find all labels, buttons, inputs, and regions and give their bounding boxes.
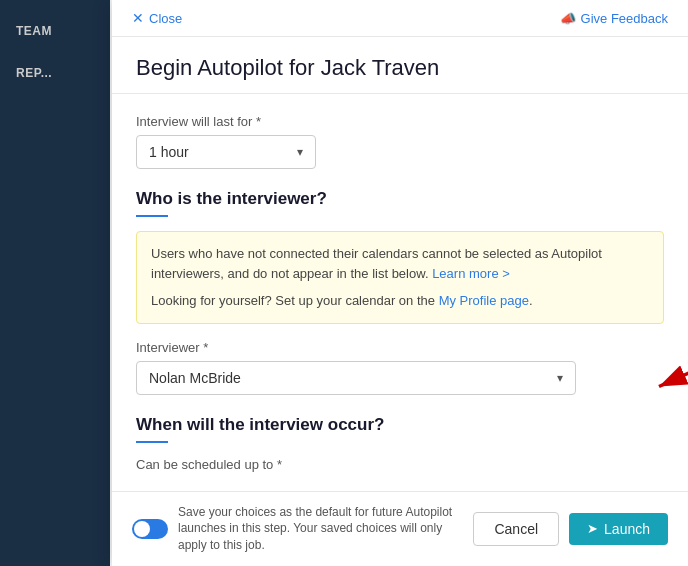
sidebar-item-rep[interactable]: REP... [0,52,110,94]
close-label: Close [149,11,182,26]
info-text-2: Looking for yourself? Set up your calend… [151,291,649,311]
my-profile-link[interactable]: My Profile page [439,293,529,308]
footer-toggle-text: Save your choices as the default for fut… [178,504,473,554]
interviewer-section: Who is the interviewer? Users who have n… [136,189,664,395]
duration-value: 1 hour [149,144,189,160]
send-icon: ➤ [587,521,598,536]
save-choices-toggle[interactable] [132,519,168,539]
sidebar-item-team[interactable]: TEAM [0,10,110,52]
red-arrow-icon [639,356,688,396]
schedule-label: Can be scheduled up to * [136,457,664,472]
feedback-button[interactable]: 📣 Give Feedback [560,11,668,26]
interviewer-select[interactable]: Nolan McBride ▾ [136,361,576,395]
close-button[interactable]: ✕ Close [132,10,182,26]
chevron-down-icon-interviewer: ▾ [557,371,563,385]
modal-body: Interview will last for * 1 hour ▾ Who i… [112,94,688,491]
chevron-down-icon: ▾ [297,145,303,159]
info-box: Users who have not connected their calen… [136,231,664,324]
interviewer-value: Nolan McBride [149,370,241,386]
interviewer-label: Interviewer * [136,340,664,355]
close-icon: ✕ [132,10,144,26]
schedule-section: When will the interview occur? Can be sc… [136,415,664,472]
duration-group: Interview will last for * 1 hour ▾ [136,114,664,169]
launch-button[interactable]: ➤ Launch [569,513,668,545]
autopilot-modal: ✕ Close 📣 Give Feedback Begin Autopilot … [112,0,688,566]
arrow-annotation [639,356,688,399]
footer-buttons: Cancel ➤ Launch [473,512,668,546]
toggle-knob [134,521,150,537]
interviewer-heading: Who is the interviewer? [136,189,664,209]
schedule-heading: When will the interview occur? [136,415,664,435]
schedule-divider [136,441,168,443]
footer-left: Save your choices as the default for fut… [132,504,473,554]
info-text-1: Users who have not connected their calen… [151,244,649,283]
megaphone-icon: 📣 [560,11,576,26]
learn-more-link[interactable]: Learn more > [432,266,510,281]
section-divider [136,215,168,217]
modal-title: Begin Autopilot for Jack Traven [112,37,688,94]
modal-footer: Save your choices as the default for fut… [112,491,688,566]
feedback-label: Give Feedback [581,11,668,26]
modal-header-bar: ✕ Close 📣 Give Feedback [112,0,688,37]
cancel-button[interactable]: Cancel [473,512,559,546]
duration-select[interactable]: 1 hour ▾ [136,135,316,169]
sidebar: TEAM REP... [0,0,110,566]
launch-label: Launch [604,521,650,537]
duration-label: Interview will last for * [136,114,664,129]
